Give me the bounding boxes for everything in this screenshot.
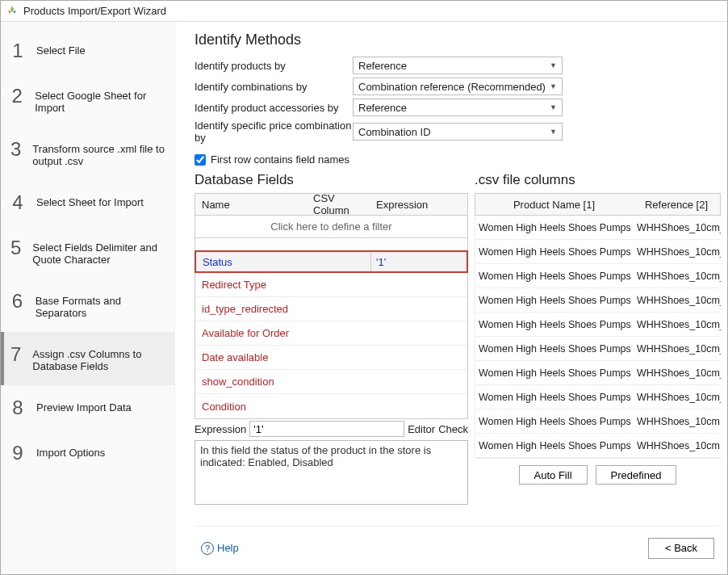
identify-products-label: Identify products by	[195, 60, 353, 72]
csv-row[interactable]: Women High Heels Shoes Pumps 10cmWHHShoe…	[475, 288, 721, 313]
expression-input[interactable]	[249, 421, 404, 437]
csv-row[interactable]: Women High Heels Shoes Pumps 10cmWHHShoe…	[475, 409, 721, 434]
check-link[interactable]: Check	[438, 423, 468, 435]
step-3[interactable]: 3Transform source .xml file to output .c…	[1, 127, 174, 180]
chevron-down-icon: ▼	[550, 61, 557, 69]
app-window: Products Import/Export Wizard 1Select Fi…	[0, 0, 728, 575]
main-panel: Identify Methods Identify products by Re…	[175, 22, 727, 574]
identify-accessories-combo[interactable]: Reference▼	[353, 99, 563, 116]
wizard-footer: ? Help < Back	[195, 526, 721, 569]
csv-cols-header: Product Name [1] Reference [2]	[475, 193, 721, 216]
selected-field-name: Status	[196, 256, 308, 268]
csv-col-1-header[interactable]: Product Name [1]	[475, 199, 633, 211]
csv-data-rows: Women High Heels Shoes Pumps 10cmWHHShoe…	[475, 216, 721, 458]
chevron-down-icon: ▼	[550, 103, 557, 111]
chevron-down-icon: ▼	[550, 82, 557, 90]
help-label: Help	[217, 542, 239, 554]
selected-field-expression: '1'	[370, 252, 467, 271]
col-csv-header[interactable]: CSV Column	[307, 192, 370, 216]
csv-columns-panel: .csv file columns Product Name [1] Refer…	[475, 172, 721, 526]
csv-row[interactable]: Women High Heels Shoes Pumps 10cmWHHShoe…	[475, 313, 721, 337]
csv-col-2-header[interactable]: Reference [2]	[633, 199, 720, 211]
field-row[interactable]: Condition	[195, 394, 467, 418]
step-5[interactable]: 5Select Fields Delimiter and Quote Chara…	[1, 225, 174, 279]
help-link[interactable]: ? Help	[201, 542, 239, 555]
database-fields-panel: Database Fields Name CSV Column Expressi…	[195, 172, 468, 526]
col-exp-header[interactable]: Expression	[370, 199, 467, 211]
csv-row[interactable]: Women High Heels Shoes Pumps 10cmWHHShoe…	[475, 385, 721, 409]
csv-row[interactable]: Women High Heels Shoes Pumps 10cmWHHShoe…	[475, 264, 721, 288]
field-row[interactable]: Date available	[195, 346, 467, 370]
editor-link[interactable]: Editor	[408, 423, 435, 435]
window-title: Products Import/Export Wizard	[23, 5, 166, 17]
identify-price-combo[interactable]: Combination ID▼	[353, 123, 563, 141]
step-6[interactable]: 6Base Formats and Separators	[1, 279, 174, 332]
identify-combinations-combo[interactable]: Combination reference (Recommended)▼	[353, 78, 563, 95]
step-8[interactable]: 8Preview Import Data	[1, 385, 174, 430]
step-4[interactable]: 4Select Sheet for Import	[1, 180, 174, 225]
grid-spacer	[195, 238, 468, 251]
selected-field-row[interactable]: Status '1'	[195, 250, 468, 273]
identify-combinations-label: Identify combinations by	[195, 81, 353, 93]
csv-row[interactable]: Women High Heels Shoes Pumps 10cmWHHShoe…	[475, 337, 721, 361]
step-1[interactable]: 1Select File	[1, 28, 174, 73]
csv-row[interactable]: Women High Heels Shoes Pumps 10cmWHHShoe…	[475, 240, 721, 264]
db-fields-header: Name CSV Column Expression	[195, 193, 468, 216]
chevron-down-icon: ▼	[550, 128, 557, 136]
field-row[interactable]: show_condition	[195, 370, 467, 394]
col-name-header[interactable]: Name	[195, 199, 307, 211]
expression-label: Expression	[195, 423, 246, 435]
field-row[interactable]: Redirect Type	[195, 273, 467, 297]
back-button[interactable]: < Back	[648, 538, 714, 559]
filter-row[interactable]: Click here to define a filter	[195, 216, 468, 238]
identify-header: Identify Methods	[195, 31, 721, 48]
titlebar: Products Import/Export Wizard	[1, 1, 727, 22]
first-row-checkbox[interactable]	[195, 154, 206, 166]
auto-fill-button[interactable]: Auto Fill	[519, 465, 588, 485]
field-row[interactable]: id_type_redirected	[195, 297, 467, 321]
predefined-button[interactable]: Predefined	[596, 465, 677, 485]
csv-row[interactable]: Women High Heels Shoes Pumps 10cmWHHShoe…	[475, 434, 721, 458]
field-row[interactable]: Available for Order	[195, 321, 467, 346]
step-7[interactable]: 7Assign .csv Columns to Database Fields	[1, 332, 174, 385]
wizard-steps-sidebar: 1Select File 2Select Google Sheet for Im…	[1, 22, 175, 574]
field-description: In this field the status of the product …	[195, 440, 468, 505]
step-2[interactable]: 2Select Google Sheet for Import	[1, 73, 174, 127]
first-row-label: First row contains field names	[211, 153, 349, 166]
identify-price-combo-label: Identify specific price combination by	[195, 120, 353, 144]
csv-row[interactable]: Women High Heels Shoes Pumps 10cmWHHShoe…	[475, 361, 721, 385]
help-icon: ?	[201, 542, 214, 555]
csv-cols-title: .csv file columns	[475, 172, 721, 188]
db-field-rows: Redirect Type id_type_redirected Availab…	[195, 273, 468, 419]
identify-products-combo[interactable]: Reference▼	[353, 57, 563, 74]
db-fields-title: Database Fields	[195, 172, 468, 188]
identify-accessories-label: Identify product accessories by	[195, 102, 353, 114]
app-icon	[6, 5, 19, 18]
csv-row[interactable]: Women High Heels Shoes Pumps 10cmWHHShoe…	[475, 216, 721, 240]
step-9[interactable]: 9Import Options	[1, 430, 174, 476]
